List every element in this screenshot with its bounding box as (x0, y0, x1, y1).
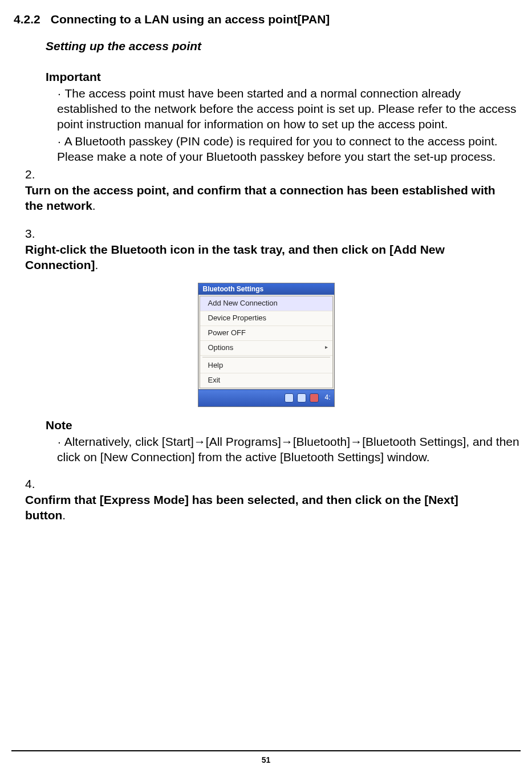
section-number: 4.2.2 (14, 13, 40, 26)
menu-separator (202, 357, 330, 357)
step-3-number: 3. (25, 226, 46, 241)
tray-icon[interactable] (285, 393, 294, 402)
important-block: Important · The access point must have b… (46, 69, 521, 165)
step-3-tail: . (95, 258, 98, 271)
page-number: 51 (262, 755, 271, 764)
menu-item-add-new-connection[interactable]: Add New Connection (200, 296, 332, 311)
important-bullet-1: · The access point must have been starte… (57, 86, 521, 132)
tray-icon[interactable] (310, 393, 319, 402)
step-3-body: Right-click the Bluetooth icon in the ta… (25, 242, 498, 273)
step-4: 4. Confirm that [Express Mode] has been … (25, 476, 521, 523)
menu-header: Bluetooth Settings (198, 283, 334, 295)
bullet-dot-icon: · (57, 434, 62, 449)
spacer (11, 466, 521, 474)
step-2-tail: . (92, 199, 96, 212)
menu-item-help[interactable]: Help (200, 359, 332, 373)
subsection-heading: Setting up the access point (46, 38, 521, 54)
section-title: Connecting to a LAN using an access poin… (51, 13, 330, 26)
important-bullet-2: · A Bluetooth passkey (PIN code) is requ… (57, 133, 521, 165)
important-text-2: A Bluetooth passkey (PIN code) is requir… (57, 135, 498, 163)
bullet-dot-icon: · (57, 133, 62, 149)
menu-item-device-properties[interactable]: Device Properties (200, 311, 332, 326)
step-4-body: Confirm that [Express Mode] has been sel… (25, 492, 498, 523)
page-footer: 51 (11, 750, 521, 765)
document-page: 4.2.2Connecting to a LAN using an access… (0, 0, 532, 781)
step-2-number: 2. (25, 166, 46, 182)
menu-item-power-off[interactable]: Power OFF (200, 326, 332, 341)
menu-item-options[interactable]: Options (200, 341, 332, 356)
menu-item-exit[interactable]: Exit (200, 373, 332, 388)
figure-context-menu: Bluetooth Settings Add New Connection De… (11, 283, 521, 406)
task-tray: 4: (198, 389, 334, 406)
note-label: Note (46, 417, 521, 433)
note-bullet: · Alternatively, click [Start]→[All Prog… (57, 434, 521, 465)
section-heading: 4.2.2Connecting to a LAN using an access… (11, 11, 521, 27)
bluetooth-context-menu: Bluetooth Settings Add New Connection De… (198, 283, 335, 406)
bullet-dot-icon: · (57, 86, 62, 101)
spacer (11, 215, 521, 223)
step-4-tail: . (62, 509, 66, 522)
tray-clock: 4: (324, 393, 330, 402)
step-3-bold: Right-click the Bluetooth icon in the ta… (25, 243, 445, 271)
step-4-number: 4. (25, 476, 46, 491)
note-text: Alternatively, click [Start]→[All Progra… (57, 435, 519, 463)
important-text-1: The access point must have been started … (57, 87, 516, 131)
tray-bluetooth-icon[interactable] (297, 393, 306, 402)
step-4-bold: Confirm that [Express Mode] has been sel… (25, 493, 458, 522)
step-2: 2. Turn on the access point, and confirm… (25, 166, 521, 213)
step-3: 3. Right-click the Bluetooth icon in the… (25, 226, 521, 272)
menu-body: Add New Connection Device Properties Pow… (200, 296, 333, 388)
important-label: Important (46, 69, 521, 84)
step-2-body: Turn on the access point, and confirm th… (25, 182, 498, 214)
note-block: Note · Alternatively, click [Start]→[All… (46, 417, 521, 465)
